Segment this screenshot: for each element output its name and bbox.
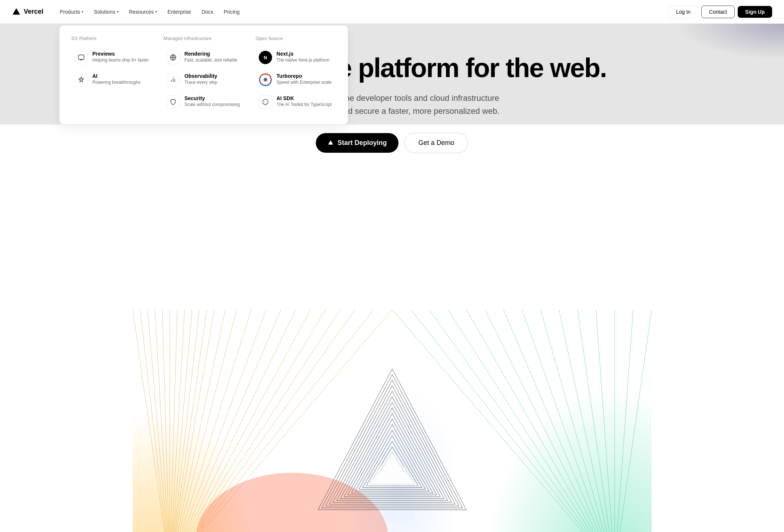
dropdown-item-aisdk[interactable]: AI SDK The AI Toolkit for TypeScript [256,92,336,112]
previews-icon [75,51,88,64]
col-infra-title: Managed Infrastructure [163,36,244,41]
nav-solutions[interactable]: Solutions ▾ [89,7,123,17]
rendering-title: Rendering [184,51,237,57]
dropdown-col-infra: Managed Infrastructure Rendering Fast, s… [163,36,244,114]
contact-button[interactable]: Contact [701,6,735,18]
security-title: Security [184,95,239,101]
start-deploying-button[interactable]: Start Deploying [316,133,398,153]
aisdk-title: AI SDK [277,95,332,101]
svg-rect-43 [466,310,652,532]
dropdown-item-security[interactable]: Security Scale without compromising [163,92,244,112]
vercel-logo-icon [12,7,21,16]
svg-marker-48 [325,380,459,506]
svg-rect-0 [79,55,84,59]
dropdown-item-observability[interactable]: Observability Trace every step [163,69,244,90]
signup-button[interactable]: Sign Up [738,6,772,18]
logo-text: Vercel [24,8,43,16]
chevron-down-icon: ▾ [82,10,83,14]
ai-desc: Powering breakthroughs [92,80,140,85]
hero-buttons: Start Deploying Get a Demo [9,133,775,153]
nextjs-desc: The native Next.js platform [277,57,330,63]
nav-pricing[interactable]: Pricing [219,7,244,17]
dropdown-item-previews[interactable]: Previews Helping teams ship 6× faster [72,47,152,68]
observability-desc: Trace every step [184,80,217,85]
ai-title: AI [92,73,140,79]
aisdk-desc: The AI Toolkit for TypeScript [277,102,332,107]
rendering-desc: Fast, scalable, and reliable [184,57,237,63]
nav-enterprise[interactable]: Enterprise [163,7,196,17]
chevron-down-icon: ▾ [155,10,157,14]
nav-docs[interactable]: Docs [197,7,218,17]
login-button[interactable]: Log In [668,6,698,18]
navbar: Vercel Products ▾ Solutions ▾ Resources … [0,0,784,24]
dropdown-item-turborepo[interactable]: Turborepo Speed with Enterprise scale [256,69,336,90]
turborepo-title: Turborepo [277,73,332,79]
security-desc: Scale without compromising [184,102,239,107]
get-demo-button[interactable]: Get a Demo [404,133,468,153]
nextjs-title: Next.js [277,51,330,57]
col-dx-title: DX Platform [72,36,152,41]
logo[interactable]: Vercel [12,7,43,16]
svg-marker-49 [329,386,455,504]
nav-items: Products ▾ Solutions ▾ Resources ▾ Enter… [55,7,244,17]
dropdown-col-oss: Open Source N Next.js The native Next.js… [256,36,336,114]
ai-icon [75,73,88,86]
chevron-down-icon: ▾ [117,10,119,14]
nextjs-icon: N [259,51,272,64]
products-dropdown: DX Platform Previews Helping teams ship … [0,24,784,125]
triangle-wireframe [300,347,485,532]
dropdown-panel: DX Platform Previews Helping teams ship … [59,25,348,125]
dropdown-item-ai[interactable]: AI Powering breakthroughs [72,69,152,90]
dropdown-item-nextjs[interactable]: N Next.js The native Next.js platform [256,47,336,68]
previews-title: Previews [92,51,149,57]
turborepo-icon [259,73,272,86]
turborepo-desc: Speed with Enterprise scale [277,80,332,85]
security-icon [166,95,180,109]
nav-right: Log In Contact Sign Up [668,6,772,18]
dropdown-item-rendering[interactable]: Rendering Fast, scalable, and reliable [163,47,244,68]
nav-left: Vercel Products ▾ Solutions ▾ Resources … [12,7,244,17]
observability-icon [166,73,180,86]
aisdk-icon [259,95,272,109]
svg-marker-67 [366,450,418,486]
previews-desc: Helping teams ship 6× faster [92,57,149,63]
col-oss-title: Open Source [256,36,336,41]
nav-resources[interactable]: Resources ▾ [125,7,162,17]
deploy-triangle-icon [328,140,334,146]
dropdown-col-dx: DX Platform Previews Helping teams ship … [72,36,152,114]
nav-products[interactable]: Products ▾ [55,7,88,17]
observability-title: Observability [184,73,217,79]
rendering-icon [166,51,180,64]
